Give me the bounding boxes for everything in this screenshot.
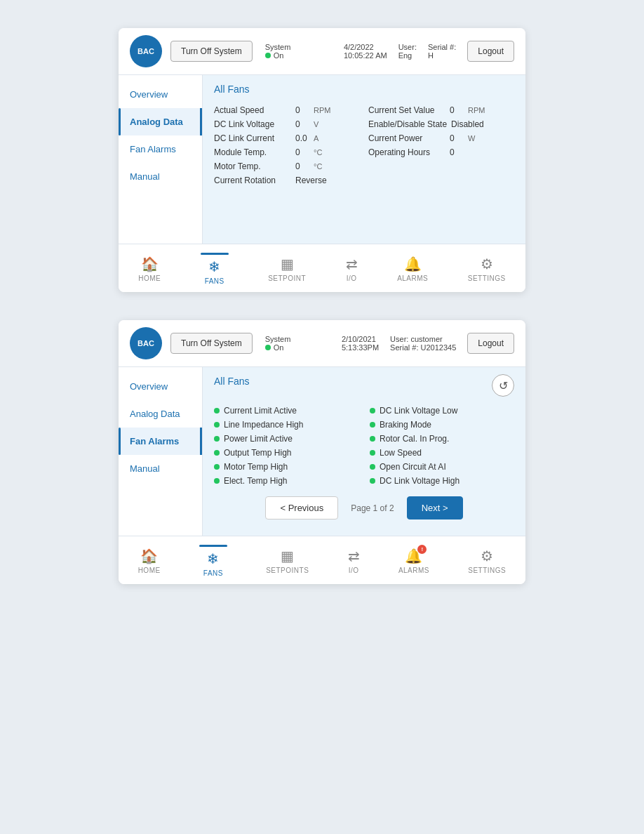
logo-2: BAC: [130, 327, 162, 359]
left-col-1: Actual Speed 0 RPM DC Link Voltage 0 V D…: [214, 103, 360, 187]
sidebar-item-manual-1[interactable]: Manual: [119, 163, 202, 190]
data-row-current-power: Current Power 0 W: [368, 131, 514, 145]
status-dot-1: [265, 53, 271, 58]
system-info-1: System On: [265, 43, 291, 60]
turn-off-button-1[interactable]: Turn Off System: [170, 41, 253, 62]
alarm-power-limit: Power Limit Active: [214, 432, 358, 446]
page-info-2: Page 1 of 2: [344, 503, 401, 513]
alarm-dot-7: [370, 408, 375, 413]
alarm-dc-link-low: DC Link Voltage Low: [370, 404, 514, 418]
time-1: 10:05:22 AM: [344, 51, 387, 60]
serial-info-1: Serial #: H: [428, 43, 456, 60]
prev-button-2[interactable]: < Previous: [265, 496, 338, 519]
user-info-2: User: customer Serial #: U2012345: [390, 335, 456, 352]
data-row-motor-temp: Motor Temp. 0 °C: [214, 159, 360, 173]
sidebar-item-overview-2[interactable]: Overview: [119, 373, 202, 400]
datetime-2: 2/10/2021 5:13:33PM: [342, 335, 379, 352]
alarm-dc-link-high: DC Link Voltage High: [370, 474, 514, 488]
home-icon-1: 🏠: [141, 256, 159, 272]
nav-io-1[interactable]: ⇄ I/O: [339, 253, 365, 285]
settings-icon-2: ⚙: [481, 548, 493, 564]
alarm-dot-1: [214, 408, 220, 413]
sidebar-item-manual-2[interactable]: Manual: [119, 455, 202, 482]
setpoint-icon-1: ▦: [281, 256, 294, 272]
screen-1: BAC Turn Off System System On 4/2/2022 1…: [119, 28, 525, 292]
bottom-nav-2: 🏠 HOME ❄ FANS ▦ SETPOINTS ⇄ I/O 🔔 ALARMS…: [119, 536, 525, 584]
data-row-current-rotation: Current Rotation Reverse: [214, 173, 360, 187]
alarm-dot-9: [370, 436, 375, 442]
sidebar-item-fan-alarms-1[interactable]: Fan Alarms: [119, 135, 202, 163]
nav-alarms-1[interactable]: 🔔 ALARMS: [390, 253, 435, 285]
header-right-1: 4/2/2022 10:05:22 AM User: Eng Serial #:…: [344, 41, 514, 62]
nav-io-2[interactable]: ⇄ I/O: [341, 545, 367, 577]
data-grid-1: Actual Speed 0 RPM DC Link Voltage 0 V D…: [214, 103, 514, 187]
refresh-button-2[interactable]: ↺: [492, 374, 514, 397]
alarms-badge-2: 🔔: [405, 548, 422, 564]
user-label-1: User:: [398, 43, 417, 51]
nav-home-1[interactable]: 🏠 HOME: [131, 253, 168, 285]
right-alarms-2: DC Link Voltage Low Braking Mode Rotor C…: [370, 404, 514, 488]
alarms-icon-1: 🔔: [404, 256, 422, 272]
alarm-header-2: All Fans ↺: [214, 374, 514, 397]
screen-2: BAC Turn Off System System On 2/10/2021 …: [119, 320, 525, 584]
nav-setpoints-2[interactable]: ▦ SETPOINTS: [259, 545, 316, 577]
nav-settings-label-1: SETTINGS: [468, 274, 506, 282]
serial-value-1: H: [428, 51, 434, 60]
alarm-columns-2: Current Limit Active Line Impedance High…: [214, 404, 514, 488]
home-icon-2: 🏠: [140, 548, 158, 564]
alarm-elect-temp: Elect. Temp High: [214, 474, 358, 488]
alarm-dot-12: [370, 478, 375, 484]
logout-button-1[interactable]: Logout: [467, 41, 514, 62]
system-info-2: System On: [265, 335, 291, 352]
nav-fans-1[interactable]: ❄ FANS: [194, 250, 236, 288]
nav-home-label-2: HOME: [138, 567, 161, 574]
nav-setpoint-label-1: SETPOINT: [268, 274, 306, 282]
turn-off-button-2[interactable]: Turn Off System: [170, 333, 253, 354]
nav-settings-1[interactable]: ⚙ SETTINGS: [461, 253, 513, 285]
alarm-title-2: All Fans: [214, 376, 250, 387]
sidebar-item-fan-alarms-2[interactable]: Fan Alarms: [119, 428, 202, 455]
nav-fans-2[interactable]: ❄ FANS: [192, 542, 234, 580]
sidebar-1: Overview Analog Data Fan Alarms Manual: [119, 75, 203, 244]
setpoints-icon-2: ▦: [281, 548, 294, 564]
fans-icon-2: ❄: [207, 550, 219, 567]
nav-io-label-2: I/O: [349, 567, 359, 574]
alarm-dot-11: [370, 464, 375, 470]
user-value-2: User: customer: [390, 335, 443, 343]
io-icon-2: ⇄: [348, 548, 360, 564]
nav-setpoint-1[interactable]: ▦ SETPOINT: [261, 253, 313, 285]
alarm-content-2: All Fans ↺ Current Limit Active Line Imp…: [203, 367, 525, 536]
sidebar-item-analog-1[interactable]: Analog Data: [119, 108, 202, 135]
header-2: BAC Turn Off System System On 2/10/2021 …: [119, 320, 525, 367]
nav-fans-label-2: FANS: [203, 569, 223, 577]
logout-button-2[interactable]: Logout: [467, 333, 514, 354]
nav-home-2[interactable]: 🏠 HOME: [131, 545, 168, 577]
date-1: 4/2/2022: [344, 43, 374, 51]
alarm-dot-2: [214, 422, 220, 428]
next-button-2[interactable]: Next >: [407, 496, 463, 519]
serial-value-2: Serial #: U2012345: [390, 343, 456, 352]
alarm-motor-temp: Motor Temp High: [214, 460, 358, 474]
alarm-dot-3: [214, 436, 220, 442]
nav-setpoints-label-2: SETPOINTS: [266, 567, 309, 574]
nav-settings-2[interactable]: ⚙ SETTINGS: [461, 545, 513, 577]
left-alarms-2: Current Limit Active Line Impedance High…: [214, 404, 358, 488]
system-label-1: System: [265, 43, 291, 51]
alarm-low-speed: Low Speed: [370, 446, 514, 460]
header-1: BAC Turn Off System System On 4/2/2022 1…: [119, 28, 525, 75]
sidebar-item-overview-1[interactable]: Overview: [119, 81, 202, 108]
alarm-open-circuit: Open Circuit At AI: [370, 460, 514, 474]
nav-alarms-2[interactable]: 🔔 ALARMS: [391, 545, 436, 577]
main-area-2: Overview Analog Data Fan Alarms Manual A…: [119, 367, 525, 536]
nav-alarms-label-2: ALARMS: [398, 567, 429, 574]
bottom-nav-1: 🏠 HOME ❄ FANS ▦ SETPOINT ⇄ I/O 🔔 ALARMS …: [119, 244, 525, 292]
alarm-braking-mode: Braking Mode: [370, 418, 514, 432]
alarm-dot-6: [214, 478, 220, 484]
datetime-1: 4/2/2022 10:05:22 AM: [344, 43, 387, 60]
io-icon-1: ⇄: [346, 256, 358, 272]
alarm-dot-5: [214, 464, 220, 470]
sidebar-item-analog-2[interactable]: Analog Data: [119, 400, 202, 428]
alarm-dot-8: [370, 422, 375, 428]
status-dot-2: [265, 345, 271, 350]
main-area-1: Overview Analog Data Fan Alarms Manual A…: [119, 75, 525, 244]
